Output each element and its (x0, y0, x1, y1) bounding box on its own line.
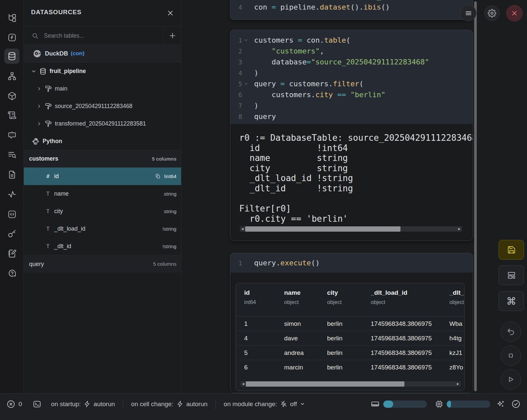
table-cell: 1745968348.3806975 (371, 320, 449, 327)
code-line: 6 customers.city == "berlin" (230, 89, 473, 100)
tree-item-schema[interactable]: source_202504291112283468 (24, 97, 181, 115)
column-count-badge: 5 columns (153, 261, 176, 267)
column-row-id[interactable]: # id !int64 (24, 168, 181, 185)
save-button[interactable] (499, 240, 524, 260)
datasources-icon[interactable] (4, 49, 19, 64)
terminal-icon (33, 400, 41, 408)
errors-indicator[interactable] (7, 400, 15, 408)
schema-name: main (55, 85, 67, 92)
text-type-icon: T (45, 208, 51, 214)
table-name: customers (29, 155, 58, 162)
table-cell: 4 (244, 335, 284, 342)
tree-item-database[interactable]: fruit_pipeline (24, 62, 181, 80)
line-number: 6 (234, 91, 242, 98)
close-panel-icon[interactable] (165, 8, 175, 18)
search-tables-input[interactable]: Search tables... (24, 26, 181, 45)
scrollbar-thumb[interactable] (246, 381, 404, 387)
column-row-city[interactable]: T city string (24, 203, 181, 220)
python-section-header[interactable]: Python (24, 133, 181, 150)
table-cell: 1745968348.3806975 (371, 335, 449, 342)
column-row-dlt-id[interactable]: T _dlt_id !string (24, 238, 181, 255)
tree-item-schema[interactable]: transformed_202504291112283581 (24, 115, 181, 133)
on-cell-change-value[interactable]: autorun (186, 401, 207, 408)
table-row[interactable]: 5andreaberlin1745968348.3806975kzJ1 (236, 346, 464, 360)
hamburger-menu-icon (465, 9, 472, 17)
file-tree-icon[interactable] (4, 10, 19, 25)
scrollbar-thumb[interactable] (245, 226, 400, 232)
column-header[interactable]: nameobject (284, 289, 327, 316)
on-startup-value[interactable]: autorun (94, 401, 115, 408)
secrets-icon[interactable] (4, 226, 19, 241)
scroll-left-icon[interactable]: ◄ (241, 227, 244, 231)
dependency-graph-icon[interactable] (4, 68, 19, 84)
horizontal-scrollbar[interactable]: ◄ ► (240, 226, 462, 232)
code-cell-query[interactable]: 1customers = con.table(2 "customers",3 d… (230, 30, 473, 241)
code-panel-icon[interactable] (4, 207, 19, 222)
cell-output: idint64nameobjectcityobject_dlt_load_ido… (230, 273, 473, 393)
on-module-change-value[interactable]: off (290, 401, 297, 408)
logs-icon[interactable] (4, 107, 19, 123)
table-cell: berlin (327, 320, 371, 327)
code-line: 4 con = pipeline.dataset().ibis() (230, 2, 473, 13)
menu-button[interactable] (460, 5, 476, 21)
add-datasource-button[interactable] (163, 27, 181, 45)
column-row-dlt-load-id[interactable]: T _dlt_load_id !string (24, 220, 181, 238)
stop-button[interactable] (501, 345, 521, 366)
fold-chevron-icon[interactable] (244, 82, 248, 86)
column-header[interactable]: idint64 (244, 289, 284, 316)
snippets-icon[interactable] (4, 167, 19, 182)
column-name: _dlt_load_id (54, 225, 85, 232)
on-startup-label[interactable]: on startup: (51, 401, 81, 408)
help-icon[interactable] (4, 266, 19, 281)
code-cell-execute[interactable]: 1 query.execute() idint64nameobjectcityo… (230, 253, 473, 393)
table-cell: z8Yo (449, 364, 464, 371)
table-cell: berlin (327, 335, 371, 342)
code-cell-setup[interactable]: 3 pipeline = dlt.attach("fruit_pipeline"… (230, 0, 473, 20)
column-type: !string (163, 244, 176, 249)
shutdown-button[interactable] (506, 5, 523, 21)
scroll-right-icon[interactable]: ► (456, 382, 460, 386)
code-text: database="source_202504291112283468" (254, 58, 429, 66)
column-row-name[interactable]: T name string (24, 185, 181, 203)
ai-sparkles-icon[interactable] (496, 400, 505, 408)
packages-icon[interactable] (4, 88, 19, 103)
schema-icon (45, 120, 52, 127)
scroll-right-icon[interactable]: ► (458, 227, 461, 231)
functions-icon[interactable] (4, 30, 19, 45)
scroll-left-icon[interactable]: ◄ (242, 382, 245, 386)
vertical-scrollbar[interactable] (474, 1, 477, 391)
run-button[interactable] (501, 369, 521, 390)
zap-off-icon (281, 401, 287, 407)
settings-button[interactable] (484, 6, 500, 21)
scratchpad-icon[interactable] (4, 246, 19, 261)
table-header-customers[interactable]: customers 5 columns (24, 150, 181, 168)
tree-item-schema[interactable]: main (24, 80, 181, 97)
copy-icon[interactable] (155, 173, 161, 179)
connection-row[interactable]: DuckDB (con) (24, 45, 181, 62)
table-row[interactable]: 4daveberlin1745968348.3806975h4tg (236, 331, 464, 346)
command-palette-button[interactable]: ⌘ (499, 291, 524, 311)
code-editor[interactable]: 1customers = con.table(2 "customers",3 d… (230, 30, 473, 122)
column-header[interactable]: cityobject (327, 289, 371, 316)
table-header-query[interactable]: query 5 columns (24, 255, 181, 273)
column-header[interactable]: _dlt_idobject (449, 289, 465, 316)
column-header[interactable]: _dlt_load_idobject (371, 289, 449, 316)
on-cell-change-label[interactable]: on cell change: (131, 401, 173, 408)
horizontal-scrollbar[interactable]: ◄ ► (241, 381, 461, 387)
table-row[interactable]: 1simonberlin1745968348.3806975Wba (236, 317, 464, 331)
search-list-icon[interactable] (4, 147, 19, 162)
python-logo-icon (32, 137, 40, 145)
table-cell: 1745968348.3806975 (371, 349, 449, 357)
terminal-button[interactable] (33, 400, 41, 408)
chevron-down-icon[interactable] (300, 401, 305, 406)
ai-chat-icon[interactable] (4, 127, 19, 142)
fold-chevron-icon[interactable] (244, 38, 248, 42)
tracing-icon[interactable] (4, 187, 19, 202)
on-module-change-label[interactable]: on module change: (224, 401, 277, 408)
connection-ok-icon[interactable] (511, 400, 520, 408)
column-type: string (164, 191, 176, 197)
undo-button[interactable] (501, 322, 521, 342)
layout-toggle-button[interactable] (499, 265, 524, 285)
cpu-usage-meter (447, 401, 490, 408)
table-row[interactable]: 6marcinberlin1745968348.3806975z8Yo (236, 360, 464, 375)
